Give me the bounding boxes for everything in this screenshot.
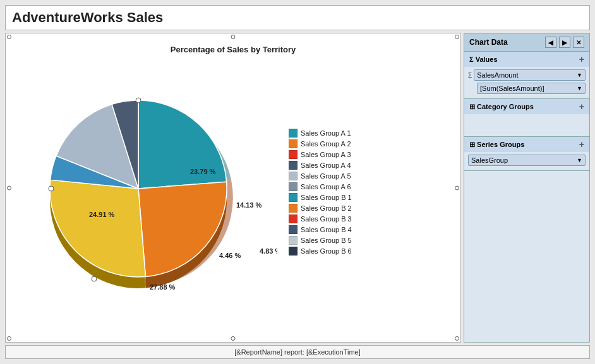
series-groups-content: SalesGroup ▼	[464, 152, 589, 170]
pie-chart-svg: 23.79 % 24.91 % 27.88 % 4.46 % 14.13 % 4…	[12, 72, 277, 312]
sales-group-field-row: SalesGroup ▼	[468, 155, 586, 166]
legend-label: Sales Group B 4	[301, 226, 352, 233]
series-dropdown-arrow: ▼	[577, 157, 582, 163]
series-groups-section: ⊞ Series Groups + SalesGroup ▼	[464, 137, 589, 171]
category-groups-header[interactable]: ⊞ Category Groups +	[464, 99, 589, 114]
legend-item: Sales Group A 5	[289, 172, 352, 180]
sales-amount-label: SalesAmount	[477, 71, 518, 79]
panel-toolbar: ◀ ▶ ✕	[545, 37, 584, 48]
resize-handle-mr[interactable]	[455, 185, 459, 190]
legend-swatch	[289, 182, 298, 191]
resize-handle-bl[interactable]	[7, 336, 11, 341]
report-header: AdventureWorks Sales	[5, 5, 590, 30]
sum-sales-dropdown[interactable]: [Sum(SalesAmount)] ▼	[477, 83, 586, 94]
legend-swatch	[289, 193, 298, 202]
legend-swatch	[289, 214, 298, 223]
legend-label: Sales Group A 6	[301, 183, 351, 191]
legend-item: Sales Group B 3	[289, 214, 352, 223]
legend-swatch	[289, 139, 298, 148]
legend-label: Sales Group A 5	[301, 172, 351, 180]
main-area: Percentage of Sales by Territory	[5, 33, 590, 343]
legend-item: Sales Group B 2	[289, 204, 352, 213]
pie-chart-wrapper: 23.79 % 24.91 % 27.88 % 4.46 % 14.13 % 4…	[12, 72, 277, 312]
legend-label: Sales Group B 6	[301, 247, 352, 255]
values-add-icon[interactable]: +	[579, 54, 584, 64]
label-a6: 4.83 %	[260, 247, 277, 255]
label-a1: 23.79 %	[190, 168, 216, 175]
values-section-header[interactable]: Σ Values +	[464, 52, 589, 67]
pie-slice-2[interactable]	[50, 180, 145, 277]
label-a4: 4.46 %	[219, 252, 241, 259]
legend-label: Sales Group B 1	[301, 194, 352, 201]
values-section-content: Σ SalesAmount ▼ [Sum(SalesAmount)] ▼	[464, 67, 589, 98]
legend-item: Sales Group A 1	[289, 129, 352, 138]
chart-data-panel: Chart Data ◀ ▶ ✕ Σ Values + Σ Sal	[464, 33, 590, 343]
panel-header: Chart Data ◀ ▶ ✕	[464, 33, 589, 52]
label-a2: 24.91 %	[89, 211, 115, 218]
toolbar-back-btn[interactable]: ◀	[545, 37, 556, 48]
chart-title: Percentage of Sales by Territory	[171, 45, 296, 54]
sales-group-dropdown[interactable]: SalesGroup ▼	[468, 155, 586, 166]
legend-label: Sales Group B 2	[301, 204, 352, 212]
resize-handle-tr[interactable]	[455, 35, 459, 39]
resize-handle-tl[interactable]	[7, 35, 11, 39]
resize-handle-ml[interactable]	[7, 185, 11, 190]
legend-swatch	[289, 204, 298, 213]
legend-item: Sales Group B 5	[289, 236, 352, 245]
select-dot-left[interactable]	[49, 186, 54, 191]
sum-sales-field-row: [Sum(SalesAmount)] ▼	[468, 83, 586, 94]
legend-item: Sales Group A 3	[289, 150, 352, 159]
legend-item: Sales Group A 2	[289, 139, 352, 148]
legend-swatch	[289, 236, 298, 245]
legend-item: Sales Group A 4	[289, 161, 352, 170]
legend-label: Sales Group A 4	[301, 161, 351, 169]
legend-swatch	[289, 225, 298, 234]
legend-swatch	[289, 161, 298, 170]
chart-legend: Sales Group A 1Sales Group A 2Sales Grou…	[284, 124, 357, 261]
legend-label: Sales Group B 5	[301, 237, 352, 244]
sales-group-label: SalesGroup	[471, 156, 508, 164]
resize-handle-bm[interactable]	[231, 336, 236, 341]
category-groups-label: ⊞ Category Groups	[469, 103, 534, 111]
select-dot-top[interactable]	[136, 98, 141, 103]
sigma-icon: Σ	[468, 72, 472, 79]
pie-slices	[50, 100, 227, 288]
report-title: AdventureWorks Sales	[12, 9, 163, 25]
series-groups-header[interactable]: ⊞ Series Groups +	[464, 137, 589, 152]
legend-swatch	[289, 129, 298, 138]
label-a5: 14.13 %	[236, 201, 262, 209]
pie-slice-1[interactable]	[138, 182, 227, 276]
series-add-icon[interactable]: +	[579, 139, 584, 150]
values-section: Σ Values + Σ SalesAmount ▼ [Sum(SalesAmo…	[464, 52, 589, 99]
footer-bar: [&ReportName] report: [&ExecutionTime]	[5, 345, 590, 359]
resize-handle-br[interactable]	[455, 336, 459, 341]
pie-slice-0[interactable]	[138, 100, 227, 189]
legend-label: Sales Group A 2	[301, 140, 351, 148]
panel-title: Chart Data	[469, 38, 508, 47]
legend-swatch	[289, 150, 298, 159]
values-section-label: Σ Values	[469, 56, 498, 63]
footer-text: [&ReportName] report: [&ExecutionTime]	[234, 348, 361, 356]
legend-label: Sales Group B 3	[301, 215, 352, 223]
sales-amount-field-row: Σ SalesAmount ▼	[468, 69, 586, 81]
legend-swatch	[289, 247, 298, 255]
sum-dropdown-arrow: ▼	[577, 85, 582, 91]
legend-item: Sales Group B 6	[289, 247, 352, 255]
toolbar-close-btn[interactable]: ✕	[573, 37, 584, 48]
resize-handle-tm[interactable]	[231, 35, 236, 39]
sum-sales-label: [Sum(SalesAmount)]	[480, 85, 544, 92]
legend-label: Sales Group A 1	[301, 129, 351, 137]
toolbar-forward-btn[interactable]: ▶	[559, 37, 570, 48]
select-dot-bottom[interactable]	[92, 276, 97, 281]
label-a3: 27.88 %	[150, 283, 176, 291]
legend-swatch	[289, 172, 298, 180]
outer-container: AdventureWorks Sales Percentage of Sales…	[0, 0, 595, 364]
category-add-icon[interactable]: +	[579, 102, 584, 112]
category-groups-content	[464, 114, 589, 136]
chart-area: Percentage of Sales by Territory	[5, 33, 461, 343]
series-groups-label: ⊞ Series Groups	[469, 141, 524, 149]
legend-label: Sales Group A 3	[301, 151, 351, 158]
chart-content: 23.79 % 24.91 % 27.88 % 4.46 % 14.13 % 4…	[6, 54, 460, 342]
sales-amount-dropdown[interactable]: SalesAmount ▼	[474, 69, 586, 81]
legend-item: Sales Group B 1	[289, 193, 352, 202]
